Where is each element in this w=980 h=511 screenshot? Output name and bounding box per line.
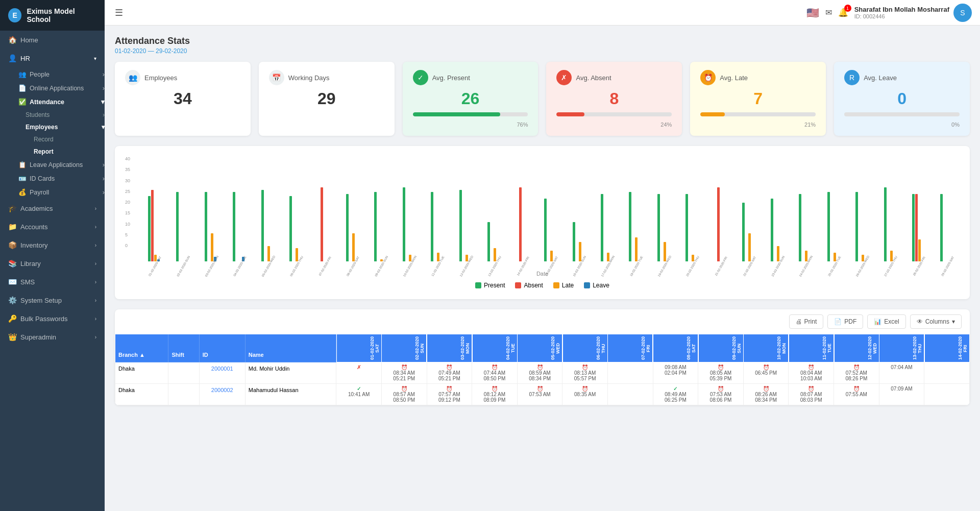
sidebar-item-hr[interactable]: 👤 HR ▾ — [0, 49, 105, 67]
sidebar-item-payroll[interactable]: 💰 Payroll › — [0, 185, 105, 199]
attendance-cell: ⏰07:53 AM08:06 PM — [698, 384, 744, 405]
bar-group: 19-02-2020-WED — [650, 194, 676, 269]
sidebar-item-leave-applications[interactable]: 📋 Leave Applications › — [0, 158, 105, 172]
bar-group: 16-02-2020-SUN — [565, 222, 592, 269]
attendance-cell: 07:09 AM — [879, 384, 924, 405]
x-axis-label: Date — [125, 271, 960, 277]
user-id: ID: 0002446 — [854, 13, 949, 19]
bar — [771, 199, 773, 261]
sidebar-label-bulk-passwords: Bulk Passwords — [20, 315, 67, 323]
bar — [799, 194, 801, 261]
sidebar-item-home[interactable]: 🏠 Home — [0, 31, 105, 49]
chevron-right-icon6: › — [95, 206, 96, 211]
sidebar-item-superadmin[interactable]: 👑 Superadmin › — [0, 328, 105, 346]
sidebar-label-attendance: Attendance — [30, 99, 64, 106]
date-header-col: 11-02-2020 TUE — [789, 334, 834, 362]
col-header-shift[interactable]: Shift — [168, 334, 199, 362]
attendance-cell: ⏰07:49 AM05:21 PM — [427, 362, 472, 384]
library-icon: 📚 — [8, 259, 16, 267]
language-flag[interactable]: 🇺🇸 — [806, 7, 819, 19]
sidebar: E Eximus Model School 🏠 Home 👤 HR ▾ 👥 Pe… — [0, 0, 105, 511]
sidebar-label-system-setup: System Setup — [20, 297, 62, 304]
sidebar-label-payroll: Payroll — [30, 189, 49, 196]
bar-group: 02-02-2020-SUN — [168, 192, 195, 269]
sidebar-item-employees-sub[interactable]: Employees ▾ — [26, 121, 105, 133]
sidebar-item-academics[interactable]: 🎓 Academics › — [0, 199, 105, 217]
bar — [940, 194, 943, 261]
attendance-icon: ✅ — [18, 98, 27, 106]
bar — [289, 196, 292, 261]
legend-present-dot — [475, 282, 481, 288]
sidebar-label-home: Home — [20, 36, 38, 44]
employees-label: Employees — [144, 74, 177, 82]
bar — [494, 248, 496, 261]
sidebar-item-people[interactable]: 👥 People › — [0, 67, 105, 81]
excel-icon: 📊 — [874, 318, 881, 325]
chevron-right-icon9: › — [95, 261, 96, 266]
bar — [176, 192, 179, 261]
col-header-id[interactable]: ID — [199, 334, 245, 362]
bar — [664, 242, 666, 261]
sidebar-label-inventory: Inventory — [20, 241, 47, 249]
stat-card-working-days: 📅 Working Days 29 — [259, 62, 395, 136]
sidebar-item-bulk-passwords[interactable]: 🔑 Bulk Passwords › — [0, 309, 105, 328]
bar — [374, 192, 377, 261]
table-body: Dhaka2000001Md. Mohir Uddin✗⏰08:34 AM05:… — [115, 362, 970, 405]
bar-group: 13-02-2020-THU — [480, 222, 506, 269]
legend-absent: Absent — [515, 282, 543, 289]
excel-button[interactable]: 📊 Excel — [867, 314, 905, 329]
legend-late: Late — [553, 282, 574, 289]
pdf-button[interactable]: 📄 PDF — [827, 314, 863, 329]
bar-group: 21-02-2020-FRI — [706, 187, 733, 269]
app-logo[interactable]: E Eximus Model School — [0, 0, 105, 31]
bar — [487, 222, 490, 261]
bar — [912, 194, 915, 261]
bar — [685, 194, 688, 261]
avatar[interactable]: S — [953, 4, 972, 22]
email-icon[interactable]: ✉ — [825, 8, 832, 17]
chevron-right-icon10: › — [95, 279, 96, 285]
notification-icon[interactable]: 🔔 1 — [838, 8, 848, 17]
sidebar-item-library[interactable]: 📚 Library › — [0, 254, 105, 273]
attendance-cell: ⏰08:12 AM08:09 PM — [472, 384, 518, 405]
chevron-right-icon13: › — [95, 334, 96, 340]
columns-button[interactable]: 👁 Columns ▾ — [910, 314, 962, 329]
avg-absent-label: Avg. Absent — [576, 74, 611, 82]
print-button[interactable]: 🖨 Print — [789, 314, 824, 329]
sidebar-item-students[interactable]: Students › — [26, 109, 105, 121]
hamburger-menu[interactable]: ☰ — [113, 5, 125, 20]
col-header-branch[interactable]: Branch ▲ — [115, 334, 168, 362]
sidebar-item-record[interactable]: Record — [34, 133, 105, 145]
sidebar-label-online-apps: Online Applications — [30, 85, 84, 92]
working-days-value: 29 — [269, 89, 384, 108]
sidebar-item-attendance[interactable]: ✅ Attendance ▾ — [0, 95, 105, 109]
employees-children: Record Report — [26, 133, 105, 158]
sidebar-item-accounts[interactable]: 📁 Accounts › — [0, 217, 105, 236]
sidebar-label-accounts: Accounts — [20, 223, 47, 231]
avg-leave-pct: 0% — [844, 121, 960, 128]
hr-icon: 👤 — [8, 54, 16, 62]
sidebar-item-id-cards[interactable]: 🪪 ID Cards › — [0, 172, 105, 185]
table-toolbar: 🖨 Print 📄 PDF 📊 Excel 👁 Columns ▾ — [115, 309, 970, 334]
bar-group: 24-02-2020-MON — [791, 194, 818, 269]
avg-present-pct: 76% — [413, 121, 528, 128]
sidebar-item-system-setup[interactable]: ⚙️ System Setup › — [0, 291, 105, 309]
bar — [403, 187, 405, 261]
inventory-icon: 📦 — [8, 241, 16, 249]
attendance-cell: ⏰08:57 AM08:50 PM — [381, 384, 427, 405]
attendance-cell: ⏰08:07 AM08:03 PM — [789, 384, 834, 405]
sidebar-item-online-applications[interactable]: 📄 Online Applications › — [0, 81, 105, 95]
sidebar-item-inventory[interactable]: 📦 Inventory › — [0, 236, 105, 254]
sidebar-label-sms: SMS — [20, 278, 35, 286]
sidebar-item-sms[interactable]: ✉️ SMS › — [0, 273, 105, 291]
doc-icon: 📄 — [18, 84, 27, 92]
attendance-cell: ⏰07:55 AM — [834, 384, 879, 405]
col-header-name[interactable]: Name — [245, 334, 336, 362]
sidebar-item-report[interactable]: Report — [34, 145, 105, 158]
attendance-table: Branch ▲ShiftIDName01-02-2020 SAT02-02-2… — [115, 334, 970, 405]
bar — [742, 203, 745, 261]
bar — [211, 233, 213, 261]
system-setup-icon: ⚙️ — [8, 296, 16, 304]
bar-group: 22-02-2020-SAT — [735, 203, 762, 269]
bar-group: 06-02-2020-THU — [282, 196, 308, 269]
